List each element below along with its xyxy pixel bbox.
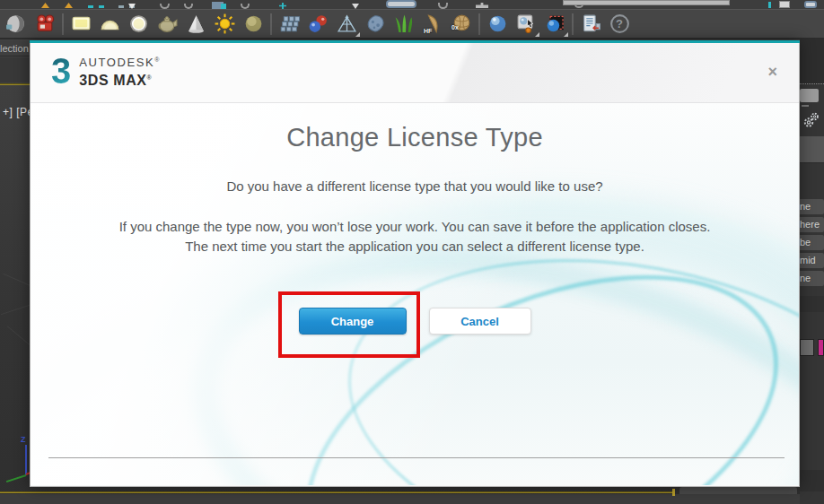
primitive-button-clipped[interactable]: be (800, 235, 824, 250)
render-region-icon[interactable] (540, 11, 569, 38)
object-color-swatch[interactable] (818, 339, 824, 356)
name-field-fragment[interactable] (800, 339, 814, 356)
axis-z-label: Z (21, 435, 26, 444)
panel-slider-fragment (802, 105, 809, 107)
rock-icon[interactable] (361, 11, 390, 38)
dialog-header: 3 AUTODESK® 3DS MAX® × (31, 43, 799, 103)
area-light-icon[interactable] (66, 11, 95, 38)
omni-light-icon[interactable] (124, 11, 153, 38)
toolbar-separator (270, 13, 272, 35)
close-icon[interactable]: × (767, 65, 777, 79)
license-dialog: 3 AUTODESK® 3DS MAX® × Change License Ty… (30, 40, 800, 487)
primitive-button-clipped[interactable]: mid (800, 253, 824, 268)
cancel-button[interactable]: Cancel (429, 308, 531, 335)
registered-mark: ® (147, 74, 153, 81)
change-button[interactable]: Change (299, 308, 407, 335)
crescent-light-icon[interactable] (2, 11, 31, 38)
footer-divider (48, 457, 785, 458)
brand-product: 3DS MAX® (79, 70, 161, 89)
sun-light-icon[interactable] (210, 11, 239, 38)
command-panel: neherebemidne (800, 39, 824, 504)
hair-fur-icon[interactable]: HF (418, 11, 447, 38)
script-listener-icon[interactable] (576, 11, 605, 38)
spotlight-cone-icon[interactable] (181, 11, 210, 38)
teapot-icon[interactable] (153, 11, 181, 38)
command-panel-top (800, 39, 824, 83)
select-object-icon[interactable] (512, 11, 540, 38)
toolbar-separator (62, 13, 64, 35)
video-camera-icon[interactable] (31, 11, 59, 38)
toolbar-separator (478, 13, 480, 35)
brand-autodesk: AUTODESK® (79, 53, 161, 69)
dialog-question: Do you have a different license type tha… (31, 178, 799, 194)
particle-array-icon[interactable] (275, 11, 303, 38)
registered-mark: ® (154, 56, 161, 63)
foliage-icon[interactable] (390, 11, 418, 38)
dome-light-icon[interactable] (95, 11, 124, 38)
dialog-body: Change License Type Do you have a differ… (31, 103, 799, 485)
track-bar-fragment[interactable] (679, 487, 797, 494)
toolbar-separator (572, 13, 574, 35)
app-window: HF0x? lection +] [Per Z (0, 0, 824, 504)
primitive-button-clipped[interactable]: here (800, 217, 824, 232)
rollout-header-clipped[interactable] (800, 296, 824, 312)
brand-block: 3 AUTODESK® 3DS MAX® (51, 53, 161, 89)
axis-z-line (25, 445, 27, 475)
panel-button-fragment[interactable] (800, 89, 819, 102)
primitive-button-clipped[interactable]: ne (800, 199, 824, 214)
primitive-category-dropdown-clipped[interactable] (800, 136, 824, 163)
geosphere-icon[interactable] (483, 11, 512, 38)
fur-ball-icon[interactable]: 0x (447, 11, 476, 38)
rollout-edge (800, 83, 824, 84)
space-warp-pyramid-icon[interactable] (332, 11, 361, 38)
axis-y-line (6, 474, 26, 482)
primitive-button-clipped[interactable]: ne (800, 271, 824, 286)
status-strip (0, 494, 800, 504)
sky-light-icon[interactable] (239, 11, 267, 38)
dialog-title: Change License Type (31, 123, 799, 152)
active-viewport-border-bottom (0, 491, 675, 493)
3dsmax-logo-icon: 3 (51, 53, 71, 89)
clipped-toolbar-row (0, 0, 824, 9)
metaball-icon[interactable] (303, 11, 332, 38)
systems-gears-icon[interactable] (801, 109, 822, 133)
main-toolbar: HF0x? (0, 9, 824, 39)
primitive-buttons-column: neherebemidne (800, 199, 824, 289)
help-icon[interactable]: ? (605, 11, 634, 38)
dialog-description: If you change the type now, you won’t lo… (115, 217, 714, 256)
time-slider-tick[interactable] (672, 489, 675, 496)
command-panel-bottom (800, 470, 824, 491)
